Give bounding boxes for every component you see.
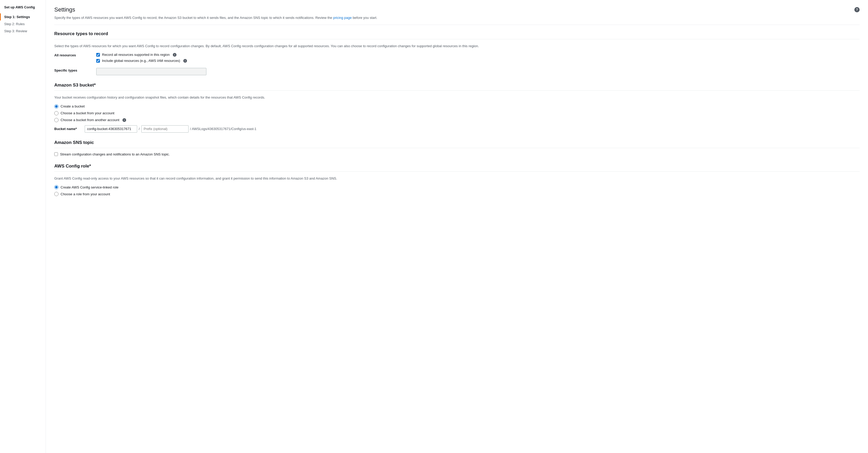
sns-checkbox[interactable] [54,152,58,156]
help-icon[interactable]: ? [855,7,860,12]
s3-bucket-section: Amazon S3 bucket* Your bucket receives c… [54,83,860,133]
resource-section-description: Select the types of AWS resources for wh… [54,43,860,49]
choose-bucket-own-label: Choose a bucket from your account [61,111,114,115]
pricing-page-link[interactable]: pricing page [333,16,352,20]
choose-bucket-own-option[interactable]: Choose a bucket from your account [54,111,860,115]
sns-section-title: Amazon SNS topic [54,140,860,148]
create-bucket-radio[interactable] [54,104,59,108]
include-global-checkbox[interactable] [96,59,100,63]
choose-bucket-other-radio[interactable] [54,118,59,122]
choose-bucket-own-radio[interactable] [54,111,59,115]
role-section-title: AWS Config role* [54,164,860,172]
role-radio-group: Create AWS Config service-linked role Ch… [54,185,860,196]
prefix-input[interactable] [141,125,189,133]
bucket-name-label: Bucket name* [54,127,83,131]
bucket-name-input[interactable] [85,125,137,133]
choose-bucket-other-info-icon[interactable]: i [122,118,126,122]
record-all-label: Record all resources supported in this r… [102,53,170,57]
sidebar: Set up AWS Config Step 1: Settings Step … [0,0,46,453]
sidebar-item-step3[interactable]: Step 3: Review [0,28,45,35]
choose-bucket-other-option[interactable]: Choose a bucket from another account i [54,118,860,122]
record-all-checkbox-option[interactable]: Record all resources supported in this r… [96,53,860,57]
include-global-checkbox-option[interactable]: Include global resources (e.g., AWS IAM … [96,59,860,63]
specific-types-label: Specific types [54,68,96,72]
page-header: Settings ? [54,6,860,13]
role-section-description: Grant AWS Config read-only access to you… [54,176,860,181]
resource-types-section: Resource types to record Select the type… [54,31,860,75]
create-role-label: Create AWS Config service-linked role [61,185,119,189]
create-bucket-option[interactable]: Create a bucket [54,104,860,108]
page-title: Settings [54,6,75,13]
resource-section-title: Resource types to record [54,31,860,39]
sidebar-header: Set up AWS Config [0,5,45,13]
create-role-radio[interactable] [54,185,59,189]
bucket-suffix: / AWSLogs/436305317671/Config/us-east-1 [190,127,256,131]
record-all-checkbox[interactable] [96,53,100,57]
sidebar-item-step2[interactable]: Step 2: Rules [0,21,45,28]
create-bucket-label: Create a bucket [61,104,85,108]
choose-bucket-other-label: Choose a bucket from another account [61,118,119,122]
choose-role-radio[interactable] [54,192,59,196]
specific-types-input[interactable] [96,68,206,75]
separator-slash: / [139,127,140,131]
s3-section-description: Your bucket receives configuration histo… [54,95,860,100]
main-content: Settings ? Specify the types of AWS reso… [46,0,868,453]
s3-radio-group: Create a bucket Choose a bucket from you… [54,104,860,122]
all-resources-content: Record all resources supported in this r… [96,53,860,65]
s3-section-title: Amazon S3 bucket* [54,83,860,91]
page-description: Specify the types of AWS resources you w… [54,15,860,25]
specific-types-row: Specific types [54,68,860,75]
sns-checkbox-row[interactable]: Stream configuration changes and notific… [54,152,860,156]
choose-role-option[interactable]: Choose a role from your account [54,192,860,196]
include-global-info-icon[interactable]: i [183,59,187,63]
include-global-label: Include global resources (e.g., AWS IAM … [102,59,180,63]
sidebar-item-step1[interactable]: Step 1: Settings [0,13,45,21]
record-all-info-icon[interactable]: i [173,53,177,57]
all-resources-row: All resources Record all resources suppo… [54,53,860,65]
all-resources-label: All resources [54,53,96,57]
bucket-name-row: Bucket name* / / AWSLogs/436305317671/Co… [54,125,860,133]
role-section: AWS Config role* Grant AWS Config read-o… [54,164,860,196]
create-role-option[interactable]: Create AWS Config service-linked role [54,185,860,189]
sns-section: Amazon SNS topic Stream configuration ch… [54,140,860,156]
choose-role-label: Choose a role from your account [61,192,110,196]
specific-types-content [96,68,860,75]
sns-checkbox-label: Stream configuration changes and notific… [60,152,170,156]
